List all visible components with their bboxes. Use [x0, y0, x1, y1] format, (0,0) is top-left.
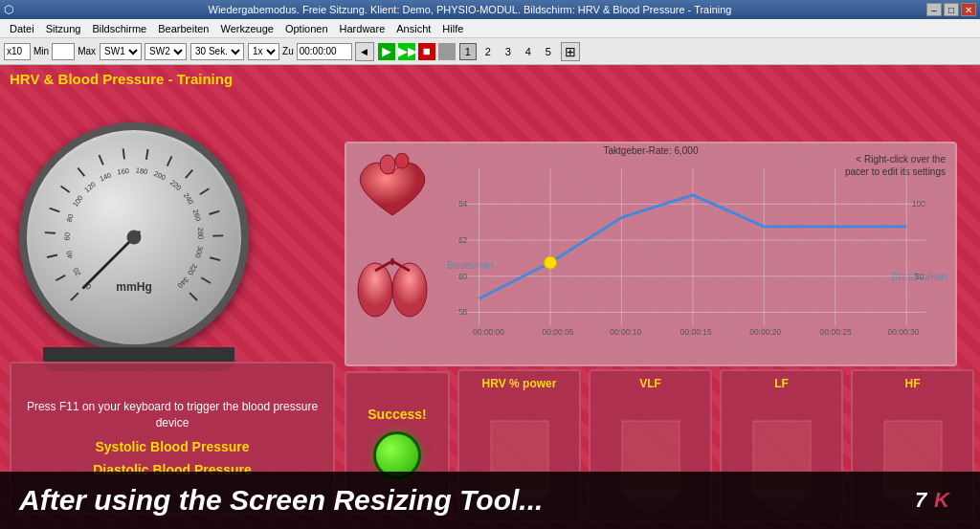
- success-text: Success!: [368, 407, 426, 422]
- systolic-label: Systolic Blood Pressure: [95, 439, 249, 454]
- menu-optionen[interactable]: Optionen: [279, 21, 334, 36]
- time-prev-btn[interactable]: ◀: [355, 42, 374, 61]
- pause-button[interactable]: [438, 43, 456, 60]
- bottom-logo: 7 K: [913, 484, 961, 518]
- speed-group: 1x Zu ◀: [248, 42, 374, 61]
- svg-line-7: [45, 232, 56, 233]
- svg-text:140: 140: [99, 170, 113, 183]
- svg-text:K: K: [934, 488, 951, 512]
- menu-ansicht[interactable]: Ansicht: [390, 21, 436, 36]
- hf-title: HF: [905, 377, 921, 390]
- svg-text:00:00:30: 00:00:30: [887, 327, 919, 337]
- gauge-container: 0 20 40 60 80 100 120 140: [19, 122, 258, 362]
- maximize-button[interactable]: □: [944, 3, 959, 16]
- svg-text:00:00:15: 00:00:15: [680, 327, 712, 337]
- play-fast-button[interactable]: ▶▶: [398, 43, 415, 60]
- svg-text:00:00:10: 00:00:10: [610, 327, 641, 337]
- lf-title: LF: [774, 377, 789, 390]
- app-title: HRV & Blood Pressure - Training: [10, 71, 233, 87]
- close-button[interactable]: ✕: [961, 3, 976, 16]
- svg-point-42: [358, 263, 392, 317]
- page-group: 1 2 3 4 5: [459, 43, 557, 60]
- svg-text:100: 100: [71, 194, 85, 209]
- x10-input[interactable]: [4, 43, 31, 60]
- page-1-button[interactable]: 1: [459, 43, 477, 60]
- time-input[interactable]: [297, 43, 352, 60]
- svg-text:160: 160: [117, 166, 129, 176]
- svg-line-31: [210, 257, 220, 260]
- svg-text:00:00:00: 00:00:00: [473, 327, 504, 337]
- svg-text:20: 20: [71, 266, 82, 277]
- app-icon: ⬡: [4, 3, 13, 16]
- stop-button[interactable]: ■: [418, 43, 435, 60]
- vlf-title: VLF: [639, 377, 661, 390]
- svg-text:100: 100: [912, 199, 925, 209]
- bottom-text: After using the Screen Resizing Tool...: [19, 484, 543, 517]
- svg-text:80: 80: [65, 213, 76, 224]
- svg-text:40: 40: [64, 250, 75, 259]
- playback-group: ▶ ▶▶ ■: [378, 43, 456, 60]
- sw1-select[interactable]: SW1: [100, 43, 142, 60]
- svg-line-23: [186, 170, 192, 178]
- bp-instruction: Press F11 on your keyboard to trigger th…: [21, 399, 323, 431]
- svg-text:62: 62: [458, 235, 468, 245]
- blood-pressure-gauge: 0 20 40 60 80 100 120 140: [19, 122, 249, 352]
- menu-datei[interactable]: Datei: [4, 21, 40, 36]
- svg-text:60: 60: [458, 272, 468, 281]
- min-label: Min: [33, 46, 49, 56]
- speed-select[interactable]: 1x: [248, 43, 279, 60]
- window-controls: – □ ✕: [926, 3, 976, 16]
- page-2-button[interactable]: 2: [479, 43, 497, 60]
- zu-label: Zu: [282, 46, 294, 56]
- svg-point-43: [392, 263, 427, 317]
- svg-text:60: 60: [63, 232, 72, 241]
- minimize-button[interactable]: –: [926, 3, 942, 16]
- svg-line-35: [189, 293, 197, 300]
- svg-text:320: 320: [186, 262, 199, 276]
- svg-text:64: 64: [458, 199, 468, 209]
- svg-line-9: [50, 209, 60, 212]
- svg-point-40: [380, 155, 395, 174]
- svg-text:00:00:20: 00:00:20: [749, 327, 781, 337]
- min-input[interactable]: [52, 43, 75, 60]
- screen-config-button[interactable]: ⊞: [561, 42, 580, 61]
- svg-line-3: [56, 276, 65, 280]
- svg-line-27: [210, 211, 220, 214]
- scale-group: Min Max: [4, 43, 96, 60]
- menu-bildschirme[interactable]: Bildschirme: [86, 21, 152, 36]
- taktgeber-label: Taktgeber-Rate: 6,000: [604, 145, 699, 156]
- svg-text:00:00:25: 00:00:25: [820, 327, 852, 337]
- play-button[interactable]: ▶: [378, 43, 395, 60]
- svg-line-33: [201, 277, 211, 283]
- page-3-button[interactable]: 3: [500, 43, 517, 60]
- svg-line-21: [167, 156, 172, 165]
- svg-line-19: [146, 149, 148, 160]
- svg-text:00:00:05: 00:00:05: [543, 327, 574, 337]
- app-area: HRV & Blood Pressure - Training 0: [0, 65, 980, 529]
- menu-hardware[interactable]: Hardware: [334, 21, 391, 36]
- hrv-pct-title: HRV % power: [482, 377, 557, 390]
- menu-bar: Datei Sitzung Bildschirme Bearbeiten Wer…: [0, 19, 980, 38]
- svg-text:180: 180: [135, 165, 148, 176]
- max-label: Max: [78, 46, 96, 56]
- window-title: Wiedergabemodus. Freie Sitzung. Klient: …: [13, 4, 926, 15]
- duration-group: 30 Sek.: [190, 43, 244, 60]
- menu-bearbeiten[interactable]: Bearbeiten: [152, 21, 214, 36]
- duration-select[interactable]: 30 Sek.: [190, 43, 244, 60]
- svg-line-11: [61, 186, 70, 191]
- svg-text:120: 120: [82, 180, 97, 194]
- svg-text:220: 220: [168, 178, 183, 192]
- menu-hilfe[interactable]: Hilfe: [436, 21, 469, 36]
- svg-point-71: [544, 256, 556, 269]
- page-5-button[interactable]: 5: [540, 43, 557, 60]
- svg-text:200: 200: [152, 169, 167, 182]
- sw2-select[interactable]: SW2: [145, 43, 187, 60]
- svg-text:7: 7: [915, 488, 928, 512]
- menu-sitzung[interactable]: Sitzung: [40, 21, 87, 36]
- menu-werkzeuge[interactable]: Werkzeuge: [214, 21, 278, 36]
- page-4-button[interactable]: 4: [520, 43, 537, 60]
- sw-group: SW1 SW2: [100, 43, 187, 60]
- svg-text:50: 50: [915, 272, 924, 281]
- svg-text:340: 340: [176, 276, 190, 290]
- svg-line-25: [200, 188, 209, 194]
